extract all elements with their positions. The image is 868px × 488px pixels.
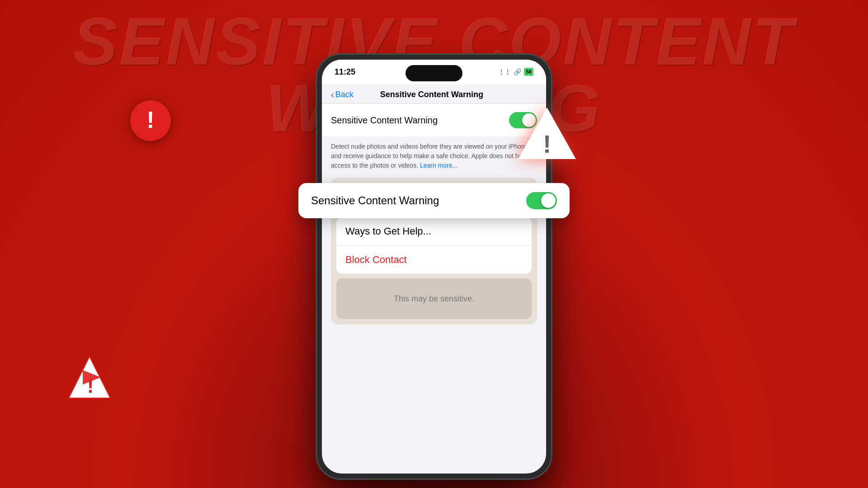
warning-triangle-icon: ! — [515, 104, 579, 163]
status-icons: ⋮⋮ 🔗 58 — [498, 68, 533, 76]
settings-label: Sensitive Content Warning — [331, 115, 438, 126]
floating-toggle[interactable] — [526, 192, 557, 209]
play-warning-icon: ! — [67, 355, 112, 400]
ways-to-get-help-item[interactable]: Ways to Get Help... — [336, 217, 532, 246]
floating-toggle-knob — [541, 193, 556, 208]
svg-text:!: ! — [543, 130, 552, 158]
signal-icon: ⋮⋮ — [498, 68, 511, 75]
exclamation-circle-icon: ! — [130, 100, 171, 141]
description-text: Detect nude photos and videos before the… — [322, 136, 546, 178]
status-time: 11:25 — [335, 67, 355, 77]
back-label: Back — [335, 90, 354, 99]
block-contact-item[interactable]: Block Contact — [336, 246, 532, 274]
back-button[interactable]: ‹ Back — [331, 89, 354, 100]
floating-sensitive-card: Sensitive Content Warning — [298, 183, 570, 218]
nav-bar: ‹ Back Sensitive Content Warning — [322, 84, 546, 104]
phone-screen: 11:25 ⋮⋮ 🔗 58 ‹ Back Sensitive Content W… — [322, 60, 546, 474]
battery-icon: 58 — [524, 68, 533, 76]
link-icon: 🔗 — [514, 68, 521, 75]
action-list: Ways to Get Help... Block Contact — [336, 217, 532, 274]
nav-title: Sensitive Content Warning — [354, 90, 510, 99]
floating-card-label: Sensitive Content Warning — [311, 194, 439, 207]
settings-row: Sensitive Content Warning — [322, 104, 546, 136]
learn-more-link[interactable]: Learn more... — [420, 162, 458, 169]
dynamic-island — [406, 65, 462, 81]
exclamation-mark: ! — [146, 108, 154, 131]
status-bar: 11:25 ⋮⋮ 🔗 58 — [322, 60, 546, 84]
back-chevron-icon: ‹ — [331, 89, 334, 100]
sensitive-content-preview: This may be sensitive. — [336, 278, 532, 319]
sensitive-preview-text: This may be sensitive. — [394, 294, 474, 304]
